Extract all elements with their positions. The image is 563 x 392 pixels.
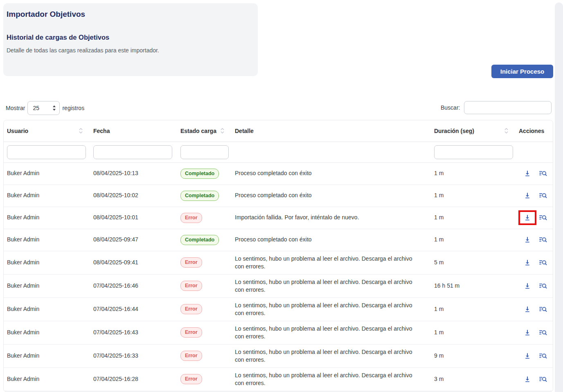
duracion-cell: 1 m	[431, 207, 516, 229]
start-process-button[interactable]: Iniciar Proceso	[491, 65, 553, 78]
list-search-icon	[539, 329, 547, 336]
download-highlight-box	[518, 255, 536, 270]
view-details-button[interactable]	[539, 259, 547, 266]
download-button[interactable]	[524, 352, 531, 360]
table-row: Buker Admin07/04/2025-16:43ErrorLo senti…	[4, 321, 553, 344]
acciones-cell	[516, 274, 553, 297]
view-details-button[interactable]	[539, 192, 547, 199]
estado-cell: Completado	[177, 229, 232, 251]
table-row: Buker Admin07/04/2025-16:28ErrorLo senti…	[4, 367, 553, 391]
column-header-estado-carga[interactable]: Estado carga	[177, 120, 232, 142]
download-highlight-box	[518, 166, 536, 181]
table-row: Buker Admin07/04/2025-16:33ErrorLo senti…	[4, 344, 553, 367]
fecha-cell: 08/04/2025-10:01	[90, 207, 177, 229]
actions-group	[516, 372, 553, 387]
actions-group	[516, 188, 553, 203]
show-label: Mostrar	[6, 105, 25, 111]
view-details-button[interactable]	[539, 352, 547, 360]
sort-chevrons-icon	[504, 127, 508, 134]
status-badge: Error	[180, 213, 202, 223]
table-filter-row	[4, 142, 553, 162]
header-panel: Importador Objetivos Historial de cargas…	[3, 3, 258, 76]
view-details-button[interactable]	[539, 282, 547, 290]
download-highlight-box	[518, 279, 536, 293]
section-description: Detalle de todas las cargas realizadas p…	[7, 47, 258, 54]
status-badge: Error	[180, 327, 202, 338]
search-input[interactable]	[464, 101, 552, 114]
view-details-button[interactable]	[539, 214, 547, 221]
view-details-button[interactable]	[539, 376, 547, 383]
estado-cell: Error	[177, 297, 232, 321]
estado-cell: Completado	[177, 162, 232, 185]
download-button[interactable]	[524, 236, 531, 243]
sort-chevrons-icon	[79, 127, 83, 134]
estado-cell: Error	[177, 321, 232, 344]
column-header-usuario[interactable]: Usuario	[4, 120, 90, 142]
section-title: Historial de cargas de Objetivos	[7, 34, 258, 41]
column-label-usuario: Usuario	[7, 128, 28, 134]
download-icon	[524, 214, 531, 221]
status-badge: Completado	[180, 235, 219, 245]
list-search-icon	[539, 376, 547, 383]
download-button[interactable]	[524, 214, 531, 221]
page-size-select[interactable]: 25	[27, 101, 60, 115]
download-highlight-box	[518, 232, 536, 247]
usuario-cell: Buker Admin	[4, 344, 90, 367]
download-button[interactable]	[524, 170, 531, 177]
detalle-cell: Lo sentimos, hubo un problema al leer el…	[232, 297, 431, 321]
fecha-cell: 07/04/2025-16:43	[90, 321, 177, 344]
view-details-button[interactable]	[539, 306, 547, 313]
download-icon	[524, 352, 531, 360]
list-search-icon	[539, 352, 547, 360]
page-title: Importador Objetivos	[7, 10, 258, 19]
acciones-cell	[516, 207, 553, 229]
actions-group	[516, 279, 553, 293]
search-label: Buscar:	[441, 104, 460, 111]
filter-input-fecha[interactable]	[93, 145, 172, 159]
column-label-fecha: Fecha	[93, 128, 110, 134]
download-highlight-box	[518, 188, 536, 203]
download-button[interactable]	[524, 306, 531, 313]
column-label-estado-carga: Estado carga	[180, 128, 216, 134]
list-search-icon	[539, 259, 547, 266]
duracion-cell: 1 m	[431, 297, 516, 321]
detalle-cell: Importación fallida. Por favor, inténtal…	[232, 207, 431, 229]
column-header-fecha: Fecha	[90, 120, 177, 142]
table-row: Buker Admin07/04/2025-16:44ErrorLo senti…	[4, 297, 553, 321]
download-button[interactable]	[524, 282, 531, 290]
column-header-acciones: Acciones	[516, 120, 553, 142]
filter-input-duracion-seg[interactable]	[434, 145, 513, 159]
estado-cell: Completado	[177, 185, 232, 207]
fecha-cell: 08/04/2025-09:41	[90, 251, 177, 274]
page-size-control: Mostrar 25 registros	[6, 101, 84, 115]
column-header-duracion-seg[interactable]: Duración (seg)	[431, 120, 516, 142]
download-highlight-box	[518, 325, 536, 340]
estado-cell: Error	[177, 367, 232, 391]
view-details-button[interactable]	[539, 236, 547, 243]
acciones-cell	[516, 185, 553, 207]
scrollbar[interactable]	[555, 2, 563, 392]
filter-cell-fecha	[90, 142, 177, 162]
table-row: Buker Admin08/04/2025-09:47CompletadoPro…	[4, 229, 553, 251]
acciones-cell	[516, 344, 553, 367]
status-badge: Error	[180, 374, 202, 384]
download-button[interactable]	[524, 259, 531, 266]
view-details-button[interactable]	[539, 329, 547, 336]
filter-cell-duracion-seg	[431, 142, 516, 162]
acciones-cell	[516, 297, 553, 321]
view-details-button[interactable]	[539, 170, 547, 177]
download-button[interactable]	[524, 329, 531, 336]
filter-input-usuario[interactable]	[7, 145, 86, 159]
download-icon	[524, 329, 531, 336]
download-button[interactable]	[524, 192, 531, 199]
download-button[interactable]	[524, 376, 531, 383]
detalle-cell: Lo sentimos, hubo un problema al leer el…	[232, 251, 431, 274]
filter-input-estado-carga[interactable]	[180, 145, 229, 159]
download-icon	[524, 306, 531, 313]
download-icon	[524, 376, 531, 383]
filter-cell-usuario	[4, 142, 90, 162]
actions-group	[516, 210, 553, 225]
acciones-cell	[516, 251, 553, 274]
detalle-cell: Proceso completado con éxito	[232, 185, 431, 207]
duracion-cell: 1 m	[431, 229, 516, 251]
